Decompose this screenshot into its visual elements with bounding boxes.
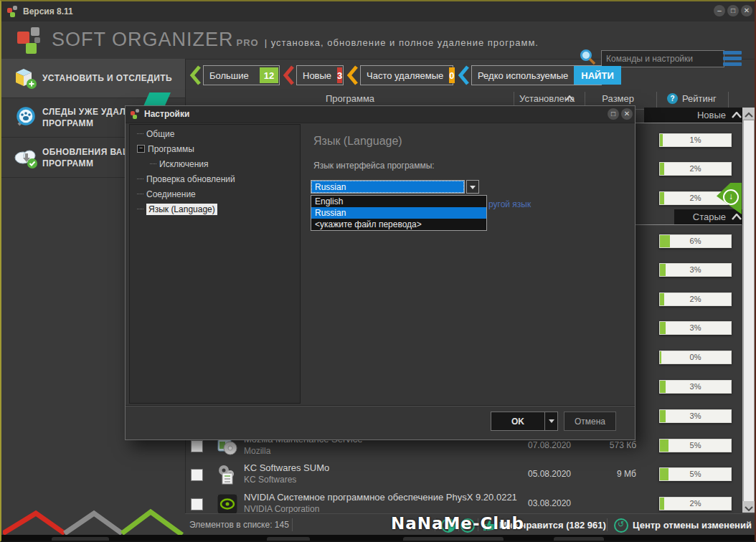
- dialog-maximize-button[interactable]: □: [608, 108, 619, 120]
- cloud-update-icon: [13, 146, 37, 169]
- row-checkbox[interactable]: [191, 469, 203, 481]
- maximize-button[interactable]: □: [727, 5, 739, 16]
- menu-icon[interactable]: [723, 51, 742, 68]
- close-button[interactable]: ✕: [741, 5, 752, 16]
- row-checkbox[interactable]: [191, 498, 203, 510]
- undo-center-label[interactable]: Центр отмены изменений: [633, 520, 752, 531]
- dialog-icon: [131, 109, 142, 120]
- search-input[interactable]: [601, 50, 724, 67]
- collapse-icon: [732, 112, 742, 118]
- rating-bar: 0%: [659, 351, 732, 364]
- install-date: 07.08.2020: [514, 440, 585, 450]
- divider: [292, 518, 293, 531]
- rating-bar: 2%: [659, 497, 732, 510]
- nvidia-app-icon: [217, 493, 238, 515]
- table-row[interactable]: KC Softwares SUMo KC Softwares 05.08.202…: [185, 460, 742, 489]
- row-checkbox[interactable]: [191, 440, 203, 452]
- language-label: Язык интерфейса программы:: [313, 161, 435, 171]
- ok-dropdown-icon[interactable]: [544, 412, 558, 431]
- chevron-often-icon: [346, 65, 359, 85]
- combo-dropdown-icon[interactable]: [466, 180, 479, 194]
- group-header-old[interactable]: Старые: [674, 209, 746, 224]
- app-window: Версия 8.11 – □ ✕ SOFT ORGANIZERPRO| уст…: [0, 0, 756, 542]
- column-divider: [728, 92, 729, 108]
- collapse-icon: [732, 214, 742, 220]
- filter-new-badge: 3: [337, 67, 342, 83]
- sort-asc-icon: [565, 95, 574, 101]
- program-vendor: NVIDIA Corporation: [244, 504, 319, 514]
- filter-rarely-used[interactable]: Редко используемые НАЙТИ: [471, 65, 602, 85]
- items-count: Элементов в списке: 145: [189, 520, 289, 530]
- dialog-title: Настройки: [144, 109, 189, 119]
- sumo-app-icon: [217, 464, 238, 485]
- brand-title: SOFT ORGANIZERPRO| установка, обновление…: [52, 29, 539, 51]
- app-header: SOFT ORGANIZERPRO| установка, обновление…: [1, 22, 755, 60]
- status-bar: Элементов в списке: 145 Мне нравится (18…: [185, 513, 756, 536]
- column-divider: [656, 92, 657, 108]
- cancel-button[interactable]: Отмена: [564, 412, 616, 431]
- find-button[interactable]: НАЙТИ: [574, 66, 620, 85]
- filter-often-removed[interactable]: Часто удаляемые 0: [360, 65, 453, 85]
- language-dropdown-list: English Russian <укажите файл перевода>: [311, 195, 487, 231]
- app-icon: [7, 6, 19, 17]
- title-bar: Версия 8.11 – □ ✕: [1, 1, 755, 22]
- install-date: 03.08.2020: [514, 498, 585, 508]
- tree-item-language[interactable]: Язык (Language): [137, 203, 300, 215]
- paw-search-icon: [13, 106, 37, 129]
- install-date: 05.08.2020: [514, 469, 585, 479]
- tree-item-update-check[interactable]: Проверка обновлений: [137, 173, 300, 185]
- scroll-down-icon[interactable]: [742, 501, 755, 513]
- dialog-title-bar[interactable]: Настройки □ ✕: [126, 106, 635, 123]
- column-program[interactable]: Программа: [186, 93, 514, 104]
- sidebar-item-install[interactable]: УСТАНОВИТЬ И ОТСЛЕДИТЬ: [1, 59, 185, 98]
- rating-bar: 3%: [659, 380, 732, 394]
- program-vendor: Mozilla: [244, 446, 270, 456]
- app-logo-icon: [17, 26, 46, 54]
- brand-tagline: | установка, обновление и полное удалени…: [265, 37, 539, 48]
- chevron-new-icon: [283, 65, 295, 85]
- scrollbar[interactable]: [742, 108, 755, 513]
- rating-bar: 3%: [659, 409, 732, 423]
- program-size: 9 Мб: [575, 469, 636, 479]
- minimize-button[interactable]: –: [714, 5, 725, 16]
- dialog-close-button[interactable]: ✕: [621, 108, 633, 120]
- option-russian[interactable]: Russian: [311, 207, 486, 219]
- watermark: NaNaMe-Club: [329, 514, 587, 533]
- brand-pro: PRO: [237, 37, 259, 48]
- rating-bar: 2%: [659, 293, 732, 306]
- chevron-rare-icon: [458, 65, 470, 85]
- group-header-new[interactable]: Новые: [644, 108, 746, 123]
- chevron-large-icon: [189, 65, 202, 85]
- scrollbar-thumb[interactable]: [743, 120, 755, 511]
- taskbar-strip: [1, 535, 756, 542]
- translate-link[interactable]: ругой язык: [488, 199, 531, 209]
- scroll-up-icon[interactable]: [742, 108, 755, 119]
- language-combo[interactable]: Russian: [311, 180, 465, 194]
- ok-button[interactable]: OK: [491, 412, 545, 431]
- rating-help-icon[interactable]: ?: [667, 93, 678, 104]
- divider: [607, 518, 608, 531]
- option-custom-file[interactable]: <укажите файл перевода>: [311, 219, 486, 230]
- install-box-icon: [13, 67, 37, 90]
- sidebar-item-label: УСТАНОВИТЬ И ОТСЛЕДИТЬ: [42, 72, 172, 84]
- tree-item-connection[interactable]: Соединение: [137, 188, 300, 200]
- filter-new[interactable]: Новые 3: [296, 65, 344, 85]
- program-name: KC Softwares SUMo: [244, 462, 329, 473]
- settings-tree: Общие −Программы Исключения Проверка обн…: [129, 124, 301, 404]
- filter-large-badge: 12: [260, 67, 278, 83]
- rating-bar: 6%: [659, 234, 732, 248]
- search-icon: [580, 49, 597, 66]
- window-title: Версия 8.11: [23, 6, 73, 16]
- filter-often-badge: 0: [449, 67, 454, 83]
- program-name: NVIDIA Системное программное обеспечение…: [244, 492, 517, 503]
- tree-item-programs[interactable]: −Программы: [137, 143, 300, 155]
- tree-item-general[interactable]: Общие: [137, 128, 300, 140]
- filter-large[interactable]: Большие 12: [203, 65, 280, 85]
- option-english[interactable]: English: [311, 196, 486, 207]
- rating-bar: 3%: [659, 321, 732, 335]
- program-size: 573 Кб: [575, 440, 636, 450]
- undo-center-icon: ↺: [614, 518, 628, 533]
- tree-item-exclusions[interactable]: Исключения: [150, 158, 300, 170]
- settings-dialog: Настройки □ ✕ Общие −Программы Исключени…: [125, 105, 635, 440]
- column-rating[interactable]: Рейтинг: [682, 93, 717, 104]
